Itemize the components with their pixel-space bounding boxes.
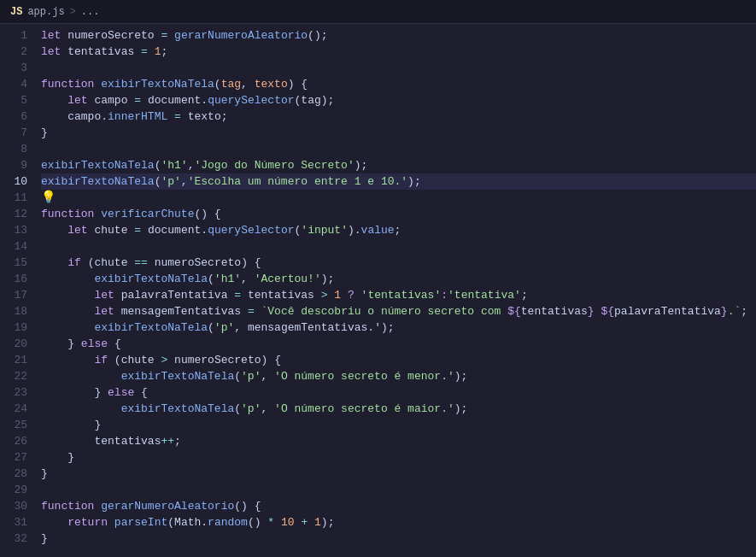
code-line-21: if (chute > numeroSecreto) {	[41, 352, 756, 368]
code-line-12: function verificarChute() {	[41, 206, 756, 222]
filename: app.js	[27, 6, 64, 18]
code-line-16: exibirTextoNaTela('h1', 'Acertou!');	[41, 271, 756, 287]
ln-10: 10	[10, 173, 27, 190]
code-line-9: exibirTextoNaTela('h1','Jogo do Número S…	[41, 157, 756, 173]
ln-14: 14	[10, 238, 27, 255]
ln-21: 21	[10, 352, 27, 368]
code-line-5: let campo = document.querySelector(tag);	[41, 92, 756, 108]
ln-6: 6	[10, 108, 27, 125]
code-line-30: function gerarNumeroAleatorio() {	[41, 498, 756, 514]
ln-25: 25	[10, 417, 27, 433]
code-line-4: function exibirTextoNaTela(tag, texto) {	[41, 76, 756, 92]
ln-2: 2	[10, 44, 27, 60]
ln-30: 30	[10, 498, 27, 514]
code-line-3	[41, 60, 756, 76]
code-line-8	[41, 141, 756, 157]
code-line-25: }	[41, 417, 756, 433]
ln-8: 8	[10, 141, 27, 157]
ln-13: 13	[10, 222, 27, 238]
code-area[interactable]: let numeroSecreto = gerarNumeroAleatorio…	[34, 24, 756, 557]
code-line-32: }	[41, 531, 756, 547]
ln-4: 4	[10, 76, 27, 92]
code-line-29	[41, 482, 756, 498]
code-line-24: exibirTextoNaTela('p', 'O número secreto…	[41, 401, 756, 417]
code-line-10: exibirTextoNaTela('p','Escolha um número…	[41, 173, 756, 190]
ln-3: 3	[10, 60, 27, 76]
code-line-15: if (chute == numeroSecreto) {	[41, 255, 756, 271]
ln-18: 18	[10, 303, 27, 320]
code-line-14	[41, 238, 756, 255]
code-line-11: 💡	[41, 190, 756, 206]
code-line-1: let numeroSecreto = gerarNumeroAleatorio…	[41, 27, 756, 44]
ln-5: 5	[10, 92, 27, 108]
ln-22: 22	[10, 368, 27, 384]
bulb-icon: 💡	[41, 191, 56, 204]
ln-1: 1	[10, 27, 27, 44]
ln-11: 11	[10, 190, 27, 206]
path-separator: >	[70, 6, 76, 18]
code-line-27: }	[41, 449, 756, 466]
ln-26: 26	[10, 433, 27, 449]
editor: 1 2 3 4 5 6 7 8 9 10 11 12 13 14 15 16 1…	[0, 24, 756, 557]
ln-32: 32	[10, 531, 27, 547]
breadcrumb: ...	[81, 6, 100, 18]
ln-7: 7	[10, 125, 27, 141]
code-line-17: let palavraTentativa = tentativas > 1 ? …	[41, 287, 756, 303]
ln-20: 20	[10, 336, 27, 352]
code-line-22: exibirTextoNaTela('p', 'O número secreto…	[41, 368, 756, 384]
code-line-31: return parseInt(Math.random() * 10 + 1);	[41, 514, 756, 531]
code-line-6: campo.innerHTML = texto;	[41, 108, 756, 125]
code-line-23: } else {	[41, 384, 756, 401]
code-line-7: }	[41, 125, 756, 141]
code-line-20: } else {	[41, 336, 756, 352]
code-line-19: exibirTextoNaTela('p', mensagemTentativa…	[41, 320, 756, 336]
ln-23: 23	[10, 384, 27, 401]
ln-19: 19	[10, 320, 27, 336]
ln-28: 28	[10, 466, 27, 482]
code-line-26: tentativas++;	[41, 433, 756, 449]
ln-27: 27	[10, 449, 27, 466]
file-icon: JS	[10, 6, 22, 18]
ln-12: 12	[10, 206, 27, 222]
code-line-13: let chute = document.querySelector('inpu…	[41, 222, 756, 238]
ln-29: 29	[10, 482, 27, 498]
ln-24: 24	[10, 401, 27, 417]
code-line-2: let tentativas = 1;	[41, 44, 756, 60]
ln-31: 31	[10, 514, 27, 531]
ln-16: 16	[10, 271, 27, 287]
ln-9: 9	[10, 157, 27, 173]
code-line-28: }	[41, 466, 756, 482]
ln-15: 15	[10, 255, 27, 271]
code-line-18: let mensagemTentativas = `Você descobriu…	[41, 303, 756, 320]
ln-17: 17	[10, 287, 27, 303]
title-bar: JS app.js > ...	[0, 0, 756, 24]
line-numbers: 1 2 3 4 5 6 7 8 9 10 11 12 13 14 15 16 1…	[0, 24, 34, 557]
